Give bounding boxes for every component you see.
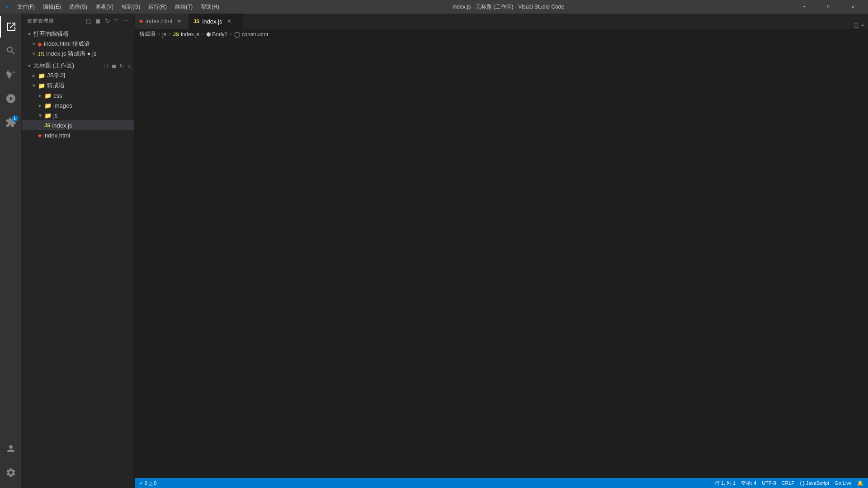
eol[interactable]: CRLF [782, 480, 795, 486]
menu-run[interactable]: 运行(R) [145, 2, 170, 12]
tab-js-close[interactable]: ✕ [227, 18, 231, 24]
activity-search[interactable] [0, 40, 22, 62]
close-file-icon[interactable]: ✕ [32, 41, 36, 47]
statusbar: ✓ 0 △ 0 行 1, 列 1 空格: 4 UTF-8 CRLF { } Ja… [135, 478, 868, 488]
folder-caichengyu-icon: 📁 [38, 82, 45, 89]
code-container [135, 39, 868, 478]
menu-goto[interactable]: 转到(G) [118, 2, 144, 12]
open-editors-arrow: ▼ [27, 32, 32, 37]
folder-js-label: js [53, 112, 57, 119]
folder-images[interactable]: ► 📁 images [22, 100, 134, 110]
close-button[interactable]: ✕ [843, 0, 863, 14]
menu-terminal[interactable]: 终端(T) [171, 2, 196, 12]
folder-js-icon: 📁 [44, 112, 52, 119]
golive-button[interactable]: Go Live [835, 480, 852, 486]
js-arrow: ▼ [38, 113, 42, 118]
file-indexhtml[interactable]: ◆ index.html [22, 130, 134, 140]
tab-js-icon: JS [193, 19, 199, 24]
tab-js-label: index.js [202, 18, 222, 25]
breadcrumb-js[interactable]: js [162, 31, 166, 38]
editor-tabs: ◆ index.html ✕ JS index.js ✕ ◫ ⋯ [135, 14, 868, 29]
activity-git[interactable] [0, 64, 22, 85]
folder-js-learning[interactable]: ► 📁 JS学习 [22, 71, 134, 81]
new-ws-file-icon[interactable]: ◻ [104, 63, 108, 69]
breadcrumb: 猜成语 > js > JS index.js > ⬢ Body1 > ◯ con… [135, 29, 868, 39]
collapse-icon[interactable]: ≡ [114, 17, 118, 24]
refresh-icon[interactable]: ↻ [105, 17, 111, 24]
folder-js-learning-icon: 📁 [38, 72, 45, 79]
new-ws-folder-icon[interactable]: ◼ [112, 63, 116, 69]
folder-js[interactable]: ▼ 📁 js [22, 110, 134, 120]
open-editors-header[interactable]: ▼ 打开的编辑器 [22, 29, 134, 39]
breadcrumb-caichengyu[interactable]: 猜成语 [139, 30, 156, 38]
menu-edit[interactable]: 编辑(E) [39, 2, 65, 12]
open-file-indexhtml[interactable]: ✕ ◆ index.html 猜成语 [22, 39, 134, 49]
line-numbers [135, 39, 157, 478]
file-indexjs[interactable]: JS index.js [22, 120, 134, 130]
open-file-indexjs[interactable]: ✕ JS index.js 猜成语 ● js [22, 49, 134, 59]
split-editor-icon[interactable]: ◫ [854, 21, 858, 29]
menu-help[interactable]: 帮助(H) [197, 2, 223, 12]
folder-css-icon: 📁 [44, 92, 52, 99]
folder-css[interactable]: ► 📁 css [22, 90, 134, 100]
folder-caichengyu[interactable]: ▼ 📁 猜成语 [22, 81, 134, 90]
indentation[interactable]: 空格: 4 [741, 480, 756, 487]
activity-settings[interactable] [0, 462, 22, 483]
titlebar-left: ✦ 文件(F) 编辑(E) 选择(S) 查看(V) 转到(G) 运行(R) 终端… [5, 2, 223, 12]
workspace-header[interactable]: ▼ 无标题 (工作区) ◻ ◼ ↻ ≡ [22, 61, 134, 71]
folder-js-learning-label: JS学习 [47, 71, 66, 80]
extensions-badge: 1 [12, 115, 18, 122]
sidebar-header: 资源管理器 ◻ ◼ ↻ ≡ ⋯ [22, 14, 134, 28]
activity-account[interactable] [0, 438, 22, 460]
activity-explorer[interactable] [0, 16, 22, 38]
js-file-icon2: JS [38, 51, 44, 57]
open-editors-section: ▼ 打开的编辑器 ✕ ◆ index.html 猜成语 ✕ JS index.j… [22, 28, 134, 60]
menu-view[interactable]: 查看(V) [92, 2, 117, 12]
breadcrumb-indexjs[interactable]: index.js [181, 31, 199, 38]
editor-area: ◆ index.html ✕ JS index.js ✕ ◫ ⋯ 猜成语 > j… [135, 14, 868, 488]
close-file-js-icon[interactable]: ✕ [32, 51, 36, 57]
maximize-button[interactable]: □ [818, 0, 839, 14]
js-learning-arrow: ► [32, 73, 36, 78]
tab-html-label: index.html [146, 18, 172, 24]
tab-indexhtml[interactable]: ◆ index.html ✕ [135, 14, 189, 29]
file-indexhtml-label: index.html [43, 132, 70, 139]
breadcrumb-jsicon: JS [173, 32, 179, 37]
html-file-icon: ◆ [38, 41, 42, 47]
sidebar-title: 资源管理器 [27, 18, 54, 24]
tab-html-close[interactable]: ✕ [177, 18, 181, 24]
menu-file[interactable]: 文件(F) [14, 2, 38, 12]
breadcrumb-body1[interactable]: ⬢ Body1 [206, 31, 227, 38]
new-file-icon[interactable]: ◻ [86, 17, 92, 24]
refresh-ws-icon[interactable]: ↻ [119, 63, 124, 69]
more-icon[interactable]: ⋯ [122, 17, 129, 24]
cursor-position[interactable]: 行 1, 列 1 [715, 480, 736, 487]
statusbar-right: 行 1, 列 1 空格: 4 UTF-8 CRLF { } JavaScript… [715, 480, 863, 487]
sidebar-actions: ◻ ◼ ↻ ≡ ⋯ [86, 17, 129, 24]
activity-extensions[interactable]: 1 [0, 112, 22, 133]
window-controls: − □ ✕ [794, 0, 863, 14]
minimize-button[interactable]: − [794, 0, 815, 14]
minimap [832, 39, 868, 478]
css-arrow: ► [38, 93, 42, 98]
menu-selection[interactable]: 选择(S) [66, 2, 91, 12]
more-tabs-icon[interactable]: ⋯ [861, 21, 864, 29]
titlebar: ✦ 文件(F) 编辑(E) 选择(S) 查看(V) 转到(G) 运行(R) 终端… [0, 0, 868, 14]
workspace-label: 无标题 (工作区) [33, 62, 74, 70]
new-folder-icon[interactable]: ◼ [95, 17, 101, 24]
breadcrumb-constructor[interactable]: ◯ constructor [234, 31, 269, 38]
git-status[interactable]: ✓ 0 △ 0 [139, 480, 156, 486]
activity-bar: 1 [0, 14, 22, 488]
folder-images-icon: 📁 [44, 102, 52, 109]
tab-html-icon: ◆ [139, 18, 143, 24]
activity-debug[interactable] [0, 88, 22, 109]
sidebar: 资源管理器 ◻ ◼ ↻ ≡ ⋯ ▼ 打开的编辑器 ✕ ◆ index.html … [22, 14, 135, 488]
notifications-icon[interactable]: 🔔 [857, 480, 863, 486]
tab-indexjs[interactable]: JS index.js ✕ [189, 14, 243, 29]
code-editor[interactable] [157, 39, 832, 478]
collapse-ws-icon[interactable]: ≡ [127, 63, 131, 69]
main-layout: 1 资源管理器 ◻ ◼ ↻ ≡ ⋯ ▼ [0, 14, 868, 488]
language-mode[interactable]: { } JavaScript [800, 480, 829, 486]
encoding[interactable]: UTF-8 [762, 480, 776, 486]
minimap-canvas [832, 39, 868, 478]
